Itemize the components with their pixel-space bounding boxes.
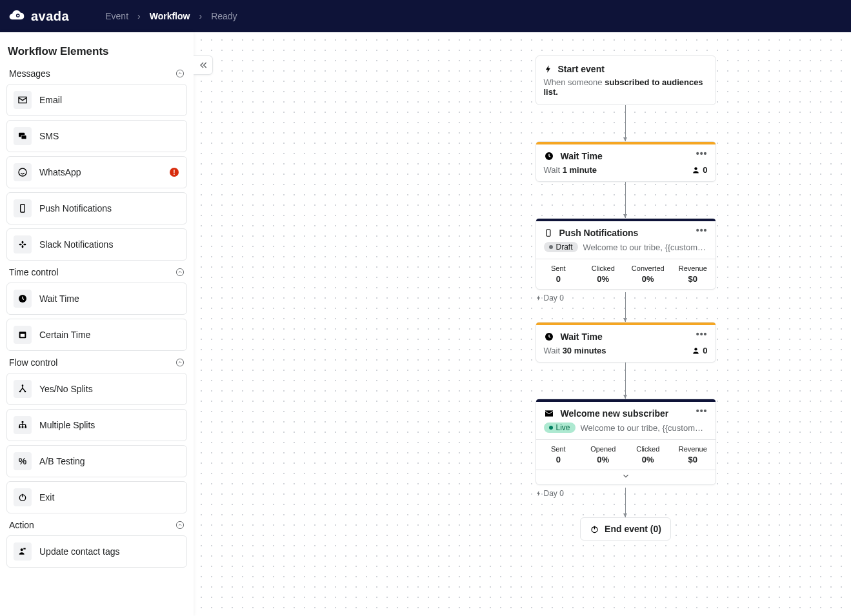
element-label: WhatsApp (39, 167, 81, 177)
svg-rect-19 (22, 421, 24, 423)
element-label: Multiple Splits (39, 420, 95, 430)
expand-node-button[interactable] (536, 470, 716, 484)
section-flow-header[interactable]: Flow control (9, 357, 185, 368)
node-subject: Welcome to our tribe, {{customer... (583, 243, 708, 252)
breadcrumb-workflow[interactable]: Workflow (150, 11, 190, 21)
lightning-icon (544, 65, 553, 74)
element-exit[interactable]: Exit (6, 481, 187, 513)
chevron-double-left-icon (198, 60, 208, 70)
status-badge-live: Live (544, 422, 576, 433)
svg-point-5 (19, 168, 26, 176)
svg-point-31 (695, 348, 697, 350)
svg-rect-7 (19, 244, 22, 246)
svg-rect-6 (21, 204, 25, 212)
element-ab-testing[interactable]: % A/B Testing (6, 445, 187, 477)
connector (625, 182, 626, 218)
element-label: Yes/No Splits (39, 384, 93, 394)
sidebar-collapse-button[interactable] (194, 55, 213, 75)
node-menu-button[interactable]: ••• (696, 406, 708, 416)
power-icon (17, 492, 28, 502)
element-label: Push Notifications (39, 203, 112, 214)
element-whatsapp[interactable]: WhatsApp ! (6, 156, 187, 188)
people-count: 0 (692, 346, 707, 355)
app-logo: avada (8, 7, 69, 25)
chevron-up-icon (175, 69, 185, 78)
status-badge-draft: Draft (544, 242, 578, 252)
node-menu-button[interactable]: ••• (696, 329, 708, 339)
warning-badge-icon: ! (170, 168, 179, 177)
push-icon (17, 203, 28, 214)
section-action-header[interactable]: Action (9, 520, 185, 530)
section-messages-header[interactable]: Messages (9, 68, 185, 79)
cloud-icon (8, 7, 26, 25)
element-label: Exit (39, 492, 54, 502)
element-push[interactable]: Push Notifications (6, 192, 187, 224)
email-icon (17, 95, 28, 105)
svg-point-18 (25, 391, 26, 393)
chevron-right-icon: › (199, 11, 202, 21)
start-event-node[interactable]: Start event When someone subscribed to a… (536, 55, 716, 105)
multisplit-icon (17, 420, 28, 430)
svg-point-11 (176, 268, 183, 275)
svg-rect-4 (21, 135, 26, 139)
lightning-icon (536, 295, 542, 301)
section-time-header[interactable]: Time control (9, 267, 185, 277)
svg-rect-10 (22, 245, 24, 248)
svg-rect-26 (23, 548, 25, 550)
calendar-icon (17, 330, 28, 340)
push-icon (544, 228, 553, 237)
node-menu-button[interactable]: ••• (696, 148, 708, 159)
svg-point-28 (695, 167, 697, 170)
element-label: A/B Testing (39, 456, 85, 466)
element-multi-split[interactable]: Multiple Splits (6, 409, 187, 441)
element-label: Update contact tags (39, 546, 120, 557)
breadcrumb-event[interactable]: Event (105, 11, 128, 21)
svg-rect-29 (546, 230, 550, 237)
wait-time-node[interactable]: Wait Time ••• Wait 30 minutes 0 (536, 322, 716, 363)
connector (625, 292, 626, 322)
element-label: Wait Time (39, 293, 79, 304)
node-title: Start event (558, 64, 605, 74)
svg-rect-8 (23, 244, 26, 246)
svg-point-17 (19, 391, 21, 393)
workflow-canvas[interactable]: Start event When someone subscribed to a… (194, 32, 851, 616)
percent-icon: % (19, 456, 26, 466)
lightning-icon (536, 490, 542, 497)
end-event-node[interactable]: End event (0) (580, 517, 671, 541)
element-label: Certain Time (39, 330, 90, 340)
element-sms[interactable]: SMS (6, 120, 187, 152)
push-notification-node[interactable]: Push Notifications ••• Draft Welcome to … (536, 218, 716, 290)
clock-icon (544, 151, 554, 161)
connector (625, 105, 626, 141)
node-title: Push Notifications (559, 228, 639, 238)
element-wait-time[interactable]: Wait Time (6, 283, 187, 315)
svg-rect-21 (22, 426, 24, 428)
clock-icon (544, 332, 554, 342)
power-icon (590, 524, 599, 534)
section-label: Action (9, 520, 34, 530)
svg-rect-22 (25, 426, 26, 428)
node-menu-button[interactable]: ••• (696, 225, 708, 235)
connector (625, 488, 626, 517)
element-certain-time[interactable]: Certain Time (6, 319, 187, 351)
element-update-tags[interactable]: Update contact tags (6, 535, 187, 568)
wait-label: Wait 30 minutes (544, 346, 606, 355)
chevron-up-icon (175, 521, 185, 530)
wait-time-node[interactable]: Wait Time ••• Wait 1 minute 0 (536, 141, 716, 182)
person-icon (692, 346, 700, 355)
element-yesno-split[interactable]: Yes/No Splits (6, 373, 187, 405)
node-title: Wait Time (561, 332, 603, 342)
svg-point-16 (22, 384, 24, 386)
element-slack[interactable]: Slack Notifications (6, 228, 187, 261)
connector (625, 363, 626, 399)
node-metrics: Sent0 Clicked0% Converted0% Revenue$0 (536, 259, 716, 289)
person-icon (692, 166, 700, 174)
element-label: Slack Notifications (39, 239, 113, 250)
email-node[interactable]: Welcome new subscriber ••• Live Welcome … (536, 399, 716, 485)
people-count: 0 (692, 165, 707, 175)
svg-rect-9 (22, 241, 24, 244)
element-email[interactable]: Email (6, 84, 187, 116)
breadcrumb-ready[interactable]: Ready (211, 11, 237, 21)
chevron-up-icon (175, 268, 185, 277)
user-tag-icon (17, 546, 28, 557)
